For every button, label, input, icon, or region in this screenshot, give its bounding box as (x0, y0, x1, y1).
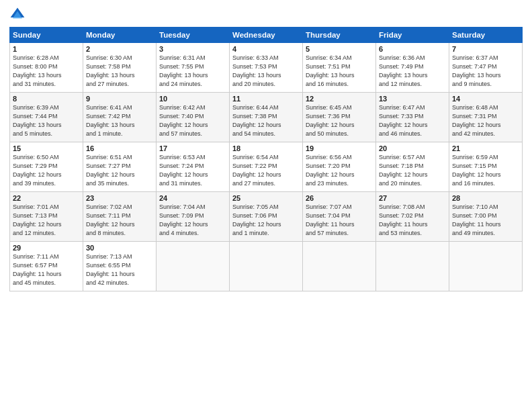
weekday-header-monday: Monday (83, 28, 157, 43)
day-number: 27 (379, 194, 446, 202)
day-number: 8 (13, 95, 80, 103)
calendar-cell: 15Sunrise: 6:50 AM Sunset: 7:29 PM Dayli… (10, 142, 83, 192)
day-number: 17 (159, 144, 226, 152)
calendar-cell (376, 242, 449, 291)
calendar-cell (230, 242, 303, 291)
day-info: Sunrise: 6:53 AM Sunset: 7:24 PM Dayligh… (159, 153, 226, 188)
day-number: 19 (306, 144, 373, 152)
calendar-cell: 22Sunrise: 7:01 AM Sunset: 7:13 PM Dayli… (10, 192, 83, 242)
calendar-cell: 25Sunrise: 7:05 AM Sunset: 7:06 PM Dayli… (230, 192, 303, 242)
day-info: Sunrise: 7:11 AM Sunset: 6:57 PM Dayligh… (13, 253, 80, 287)
weekday-header-saturday: Saturday (449, 28, 523, 43)
calendar-cell: 23Sunrise: 7:02 AM Sunset: 7:11 PM Dayli… (83, 192, 157, 242)
day-info: Sunrise: 7:02 AM Sunset: 7:11 PM Dayligh… (86, 203, 153, 238)
day-info: Sunrise: 6:56 AM Sunset: 7:20 PM Dayligh… (306, 153, 373, 188)
calendar-cell: 29Sunrise: 7:11 AM Sunset: 6:57 PM Dayli… (10, 242, 83, 291)
day-number: 6 (379, 45, 446, 53)
day-number: 24 (159, 194, 226, 202)
calendar-cell (449, 242, 523, 291)
calendar-cell: 1Sunrise: 6:28 AM Sunset: 8:00 PM Daylig… (10, 43, 83, 93)
day-number: 25 (232, 194, 300, 202)
weekday-header-thursday: Thursday (303, 28, 376, 43)
calendar-cell: 21Sunrise: 6:59 AM Sunset: 7:15 PM Dayli… (449, 142, 523, 192)
calendar-cell: 24Sunrise: 7:04 AM Sunset: 7:09 PM Dayli… (157, 192, 230, 242)
logo (9, 7, 28, 23)
week-row-4: 29Sunrise: 7:11 AM Sunset: 6:57 PM Dayli… (10, 242, 523, 291)
day-info: Sunrise: 6:57 AM Sunset: 7:18 PM Dayligh… (379, 153, 446, 188)
weekday-header-sunday: Sunday (10, 28, 83, 43)
week-row-2: 15Sunrise: 6:50 AM Sunset: 7:29 PM Dayli… (10, 142, 523, 192)
calendar-cell (157, 242, 230, 291)
calendar-cell: 8Sunrise: 6:39 AM Sunset: 7:44 PM Daylig… (10, 93, 83, 142)
day-number: 4 (232, 45, 300, 53)
calendar-cell (303, 242, 376, 291)
week-row-3: 22Sunrise: 7:01 AM Sunset: 7:13 PM Dayli… (10, 192, 523, 242)
day-info: Sunrise: 6:34 AM Sunset: 7:51 PM Dayligh… (306, 54, 373, 89)
weekday-header-wednesday: Wednesday (230, 28, 303, 43)
calendar-cell: 4Sunrise: 6:33 AM Sunset: 7:53 PM Daylig… (230, 43, 303, 93)
day-number: 7 (452, 45, 519, 53)
calendar-cell: 6Sunrise: 6:36 AM Sunset: 7:49 PM Daylig… (376, 43, 449, 93)
calendar-cell: 10Sunrise: 6:42 AM Sunset: 7:40 PM Dayli… (157, 93, 230, 142)
day-info: Sunrise: 6:31 AM Sunset: 7:55 PM Dayligh… (159, 54, 226, 89)
day-info: Sunrise: 6:39 AM Sunset: 7:44 PM Dayligh… (13, 103, 80, 138)
day-info: Sunrise: 7:07 AM Sunset: 7:04 PM Dayligh… (306, 203, 373, 238)
day-number: 21 (452, 144, 519, 152)
day-number: 2 (86, 45, 153, 53)
week-row-1: 8Sunrise: 6:39 AM Sunset: 7:44 PM Daylig… (10, 93, 523, 142)
weekday-header-tuesday: Tuesday (157, 28, 230, 43)
day-number: 22 (13, 194, 80, 202)
logo-icon (9, 7, 26, 23)
calendar-cell: 28Sunrise: 7:10 AM Sunset: 7:00 PM Dayli… (449, 192, 523, 242)
day-number: 28 (452, 194, 519, 202)
calendar-cell: 14Sunrise: 6:48 AM Sunset: 7:31 PM Dayli… (449, 93, 523, 142)
day-info: Sunrise: 7:05 AM Sunset: 7:06 PM Dayligh… (232, 203, 300, 238)
day-info: Sunrise: 6:30 AM Sunset: 7:58 PM Dayligh… (86, 54, 153, 89)
day-number: 12 (306, 95, 373, 103)
day-number: 15 (13, 144, 80, 152)
header (9, 7, 523, 23)
day-number: 29 (13, 244, 80, 252)
day-info: Sunrise: 6:44 AM Sunset: 7:38 PM Dayligh… (232, 103, 300, 138)
day-info: Sunrise: 6:36 AM Sunset: 7:49 PM Dayligh… (379, 54, 446, 89)
day-info: Sunrise: 6:45 AM Sunset: 7:36 PM Dayligh… (306, 103, 373, 138)
day-number: 3 (159, 45, 226, 53)
day-number: 26 (306, 194, 373, 202)
day-number: 5 (306, 45, 373, 53)
day-info: Sunrise: 6:59 AM Sunset: 7:15 PM Dayligh… (452, 153, 519, 188)
day-number: 18 (232, 144, 300, 152)
day-number: 13 (379, 95, 446, 103)
day-number: 16 (86, 144, 153, 152)
day-info: Sunrise: 6:54 AM Sunset: 7:22 PM Dayligh… (232, 153, 300, 188)
weekday-header-row: SundayMondayTuesdayWednesdayThursdayFrid… (10, 28, 523, 43)
calendar-cell: 18Sunrise: 6:54 AM Sunset: 7:22 PM Dayli… (230, 142, 303, 192)
calendar-cell: 5Sunrise: 6:34 AM Sunset: 7:51 PM Daylig… (303, 43, 376, 93)
calendar-cell: 13Sunrise: 6:47 AM Sunset: 7:33 PM Dayli… (376, 93, 449, 142)
day-number: 1 (13, 45, 80, 53)
calendar-cell: 2Sunrise: 6:30 AM Sunset: 7:58 PM Daylig… (83, 43, 157, 93)
calendar-cell: 26Sunrise: 7:07 AM Sunset: 7:04 PM Dayli… (303, 192, 376, 242)
calendar-cell: 20Sunrise: 6:57 AM Sunset: 7:18 PM Dayli… (376, 142, 449, 192)
calendar-cell: 17Sunrise: 6:53 AM Sunset: 7:24 PM Dayli… (157, 142, 230, 192)
day-info: Sunrise: 6:28 AM Sunset: 8:00 PM Dayligh… (13, 54, 80, 89)
day-info: Sunrise: 6:41 AM Sunset: 7:42 PM Dayligh… (86, 103, 153, 138)
calendar-cell: 16Sunrise: 6:51 AM Sunset: 7:27 PM Dayli… (83, 142, 157, 192)
day-info: Sunrise: 7:01 AM Sunset: 7:13 PM Dayligh… (13, 203, 80, 238)
calendar-table: SundayMondayTuesdayWednesdayThursdayFrid… (9, 27, 523, 291)
day-info: Sunrise: 7:10 AM Sunset: 7:00 PM Dayligh… (452, 203, 519, 238)
weekday-header-friday: Friday (376, 28, 449, 43)
day-info: Sunrise: 7:08 AM Sunset: 7:02 PM Dayligh… (379, 203, 446, 238)
day-number: 30 (86, 244, 153, 252)
day-info: Sunrise: 7:13 AM Sunset: 6:55 PM Dayligh… (86, 253, 153, 287)
day-info: Sunrise: 6:48 AM Sunset: 7:31 PM Dayligh… (452, 103, 519, 138)
day-info: Sunrise: 6:33 AM Sunset: 7:53 PM Dayligh… (232, 54, 300, 89)
week-row-0: 1Sunrise: 6:28 AM Sunset: 8:00 PM Daylig… (10, 43, 523, 93)
day-info: Sunrise: 6:42 AM Sunset: 7:40 PM Dayligh… (159, 103, 226, 138)
day-info: Sunrise: 7:04 AM Sunset: 7:09 PM Dayligh… (159, 203, 226, 238)
day-info: Sunrise: 6:37 AM Sunset: 7:47 PM Dayligh… (452, 54, 519, 89)
day-info: Sunrise: 6:47 AM Sunset: 7:33 PM Dayligh… (379, 103, 446, 138)
day-number: 10 (159, 95, 226, 103)
calendar-cell: 30Sunrise: 7:13 AM Sunset: 6:55 PM Dayli… (83, 242, 157, 291)
page-container: SundayMondayTuesdayWednesdayThursdayFrid… (0, 0, 532, 298)
calendar-cell: 9Sunrise: 6:41 AM Sunset: 7:42 PM Daylig… (83, 93, 157, 142)
